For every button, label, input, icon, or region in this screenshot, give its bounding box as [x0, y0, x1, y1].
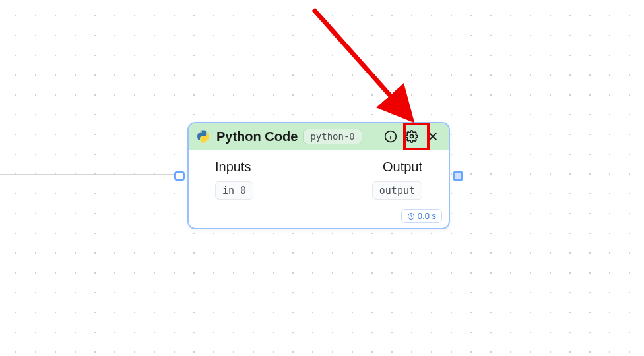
- node-footer: 0.0 s: [189, 206, 449, 228]
- settings-button[interactable]: [404, 129, 420, 144]
- node-header[interactable]: Python Code python-0: [189, 123, 449, 150]
- svg-point-2: [391, 134, 391, 134]
- connection-edge: [0, 174, 174, 175]
- input-port-badge[interactable]: in_0: [215, 181, 253, 200]
- node-id-badge: python-0: [303, 129, 362, 144]
- node-title: Python Code: [216, 129, 298, 144]
- execution-time-badge: 0.0 s: [401, 209, 442, 223]
- output-port-handle[interactable]: [453, 171, 463, 181]
- svg-line-8: [313, 9, 408, 116]
- clock-icon: [407, 212, 415, 220]
- annotation-arrow: [247, 3, 445, 128]
- python-code-node[interactable]: Python Code python-0: [187, 122, 450, 229]
- output-column: Output output: [372, 160, 422, 200]
- svg-point-3: [410, 135, 414, 138]
- execution-time-text: 0.0 s: [418, 211, 436, 221]
- output-port-badge[interactable]: output: [372, 181, 422, 200]
- info-button[interactable]: [383, 129, 399, 144]
- input-port-handle[interactable]: [174, 171, 185, 181]
- inputs-heading: Inputs: [215, 160, 253, 175]
- output-heading: Output: [383, 160, 422, 175]
- node-body: Inputs in_0 Output output: [189, 150, 449, 206]
- flow-canvas[interactable]: Python Code python-0: [0, 0, 644, 356]
- close-button[interactable]: [425, 129, 441, 144]
- inputs-column: Inputs in_0: [215, 160, 253, 200]
- python-icon: [195, 129, 211, 144]
